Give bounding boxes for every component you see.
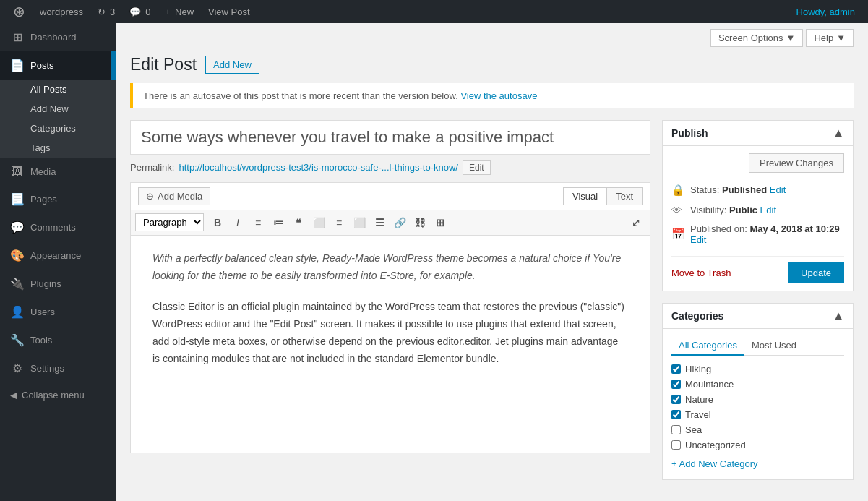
category-checkbox[interactable] xyxy=(671,395,681,404)
category-checkbox[interactable] xyxy=(671,410,681,419)
new-content-item[interactable]: + New xyxy=(158,0,201,23)
new-label: New xyxy=(175,7,194,17)
category-checkbox[interactable] xyxy=(671,440,681,450)
sidebar-item-plugins[interactable]: 🔌 Plugins xyxy=(0,270,116,298)
sidebar-item-label: Settings xyxy=(30,363,64,374)
categories-panel-header: Categories ▲ xyxy=(663,304,853,329)
post-title-input[interactable] xyxy=(130,120,650,155)
sidebar-item-comments[interactable]: 💬 Comments xyxy=(0,213,116,241)
category-label: Hiking xyxy=(685,364,711,374)
category-label: Sea xyxy=(685,424,702,435)
expand-button[interactable]: ⤢ xyxy=(627,213,645,232)
category-label: Travel xyxy=(685,409,711,420)
quote-button[interactable]: ❝ xyxy=(289,213,308,232)
ul-button[interactable]: ≡ xyxy=(249,213,267,232)
posts-icon: 📄 xyxy=(10,59,25,72)
updates-icon: ↻ xyxy=(98,7,106,17)
link-button[interactable]: 🔗 xyxy=(390,213,409,232)
collapse-menu-button[interactable]: ◀ Collapse menu xyxy=(0,382,116,408)
all-categories-tab[interactable]: All Categories xyxy=(671,336,744,356)
paragraph-select[interactable]: Paragraph xyxy=(135,213,204,231)
sidebar-item-users[interactable]: 👤 Users xyxy=(0,298,116,326)
visual-tab[interactable]: Visual xyxy=(563,187,606,205)
editor-layout: Permalink: http://localhost/wordpress-te… xyxy=(130,120,854,492)
comments-item[interactable]: 💬 0 xyxy=(122,0,158,23)
sidebar-item-label: Comments xyxy=(30,222,76,233)
add-new-button[interactable]: Add New xyxy=(205,56,259,74)
category-checkbox[interactable] xyxy=(671,364,681,374)
category-checkbox[interactable] xyxy=(671,380,681,389)
sidebar-item-tools[interactable]: 🔧 Tools xyxy=(0,326,116,354)
move-to-trash-link[interactable]: Move to Trash xyxy=(671,267,731,278)
site-name-item[interactable]: wordpress xyxy=(33,0,90,23)
sidebar-item-all-posts[interactable]: All Posts xyxy=(0,80,116,99)
ol-button[interactable]: ≔ xyxy=(269,213,288,232)
list-item: Nature xyxy=(671,392,844,407)
unlink-button[interactable]: ⛓ xyxy=(411,213,429,232)
sidebar-item-dashboard[interactable]: ⊞ Dashboard xyxy=(0,23,116,51)
publish-toggle-icon[interactable]: ▲ xyxy=(833,127,844,140)
wp-logo-icon: ⊛ xyxy=(13,3,25,20)
all-posts-label: All Posts xyxy=(30,84,67,95)
add-media-icon: ⊕ xyxy=(146,191,154,202)
autosave-notice: There is an autosave of this post that i… xyxy=(130,83,854,108)
permalink-edit-button[interactable]: Edit xyxy=(463,160,491,175)
comments-count: 0 xyxy=(145,7,150,17)
collapse-arrow-icon: ◀ xyxy=(10,390,17,401)
align-justify-button[interactable]: ☰ xyxy=(370,213,389,232)
visibility-value: Visibility: Public Edit xyxy=(690,205,776,215)
wp-logo-item[interactable]: ⊛ xyxy=(6,0,33,23)
permalink-url-link[interactable]: http://localhost/wordpress-test3/is-moro… xyxy=(179,162,458,173)
updates-item[interactable]: ↻ 3 xyxy=(90,0,122,23)
align-center-button[interactable]: ≡ xyxy=(330,213,348,232)
admin-bar: ⊛ wordpress ↻ 3 💬 0 + New View Post Howd… xyxy=(0,0,868,23)
published-edit-link[interactable]: Edit xyxy=(690,234,706,245)
tags-label: Tags xyxy=(30,142,50,153)
bold-button[interactable]: B xyxy=(208,213,227,232)
tools-icon: 🔧 xyxy=(10,333,25,347)
sidebar-item-appearance[interactable]: 🎨 Appearance xyxy=(0,241,116,270)
status-edit-link[interactable]: Edit xyxy=(770,184,786,195)
view-post-item[interactable]: View Post xyxy=(201,0,257,23)
categories-toggle-icon[interactable]: ▲ xyxy=(833,309,844,322)
sidebar-item-add-new[interactable]: Add New xyxy=(0,99,116,119)
update-button[interactable]: Update xyxy=(788,262,844,283)
category-checkbox[interactable] xyxy=(671,425,681,434)
most-used-tab[interactable]: Most Used xyxy=(744,336,804,356)
sidebar-item-media[interactable]: 🖼 Media xyxy=(0,158,116,185)
plugins-icon: 🔌 xyxy=(10,277,25,291)
editor-content[interactable]: With a perfectly balanced clean style, R… xyxy=(131,236,650,453)
visual-text-tabs: Visual Text xyxy=(563,187,643,205)
preview-changes-button[interactable]: Preview Changes xyxy=(749,153,844,173)
view-autosave-link[interactable]: View the autosave xyxy=(460,90,537,101)
editor-main: Permalink: http://localhost/wordpress-te… xyxy=(130,120,650,492)
page-heading: Edit Post Add New xyxy=(130,54,854,76)
sidebar-item-label: Plugins xyxy=(30,278,61,289)
status-value: Status: Published Edit xyxy=(690,184,786,195)
add-new-category-link[interactable]: + Add New Category xyxy=(671,453,844,472)
add-media-button[interactable]: ⊕ Add Media xyxy=(138,187,210,205)
categories-panel-title: Categories xyxy=(671,310,723,322)
notice-text: There is an autosave of this post that i… xyxy=(143,90,458,101)
main-content: Screen Options ▼ Help ▼ Edit Post Add Ne… xyxy=(116,23,868,501)
categories-panel: Categories ▲ All Categories Most Used Hi… xyxy=(662,303,854,480)
sidebar-item-pages[interactable]: 📃 Pages xyxy=(0,185,116,213)
permalink-row: Permalink: http://localhost/wordpress-te… xyxy=(130,160,650,175)
sidebar-item-tags[interactable]: Tags xyxy=(0,138,116,158)
italic-button[interactable]: I xyxy=(228,213,247,232)
table-button[interactable]: ⊞ xyxy=(431,213,450,232)
align-left-button[interactable]: ⬜ xyxy=(309,213,328,232)
help-button[interactable]: Help ▼ xyxy=(806,29,854,47)
preview-row: Preview Changes xyxy=(671,153,844,173)
publish-panel-header: Publish ▲ xyxy=(663,121,853,146)
sidebar-item-categories[interactable]: Categories xyxy=(0,119,116,138)
sidebar-item-posts[interactable]: 📄 Posts xyxy=(0,51,116,80)
site-name: wordpress xyxy=(40,7,83,17)
visibility-edit-link[interactable]: Edit xyxy=(760,205,776,215)
text-tab[interactable]: Text xyxy=(606,187,643,205)
align-right-button[interactable]: ⬜ xyxy=(350,213,369,232)
screen-options-button[interactable]: Screen Options ▼ xyxy=(710,29,803,47)
status-row: 🔒 Status: Published Edit xyxy=(671,180,844,200)
publish-meta: 🔒 Status: Published Edit 👁 Vi xyxy=(671,180,844,249)
sidebar-item-settings[interactable]: ⚙ Settings xyxy=(0,354,116,382)
